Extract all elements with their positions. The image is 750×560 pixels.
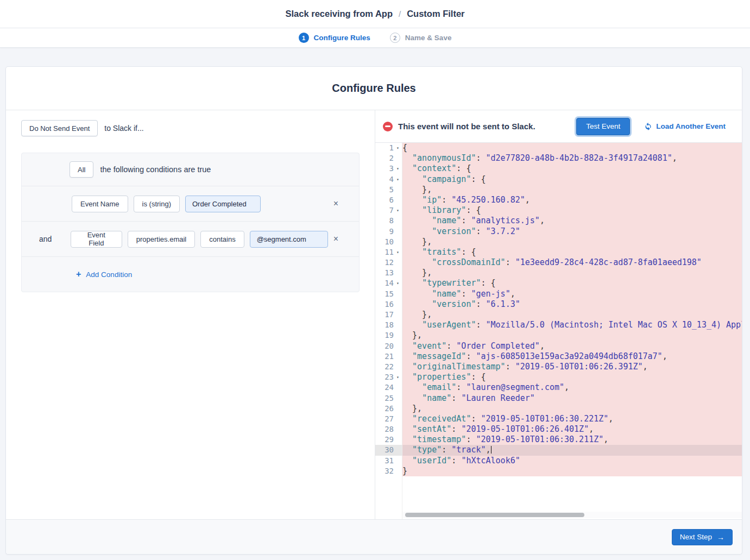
step-2-label: Name & Save	[405, 34, 452, 42]
fold-arrow-icon: ▾	[394, 163, 402, 174]
step-name-and-save[interactable]: 2 Name & Save	[390, 33, 452, 43]
fold-arrow-icon	[394, 289, 402, 299]
gutter-line-number: 15	[375, 289, 402, 299]
code-line[interactable]: "traits": {	[402, 247, 742, 257]
gutter-line-number: 19	[375, 330, 402, 341]
match-operator-dropdown[interactable]: All	[70, 161, 93, 178]
step-2-circle: 2	[390, 33, 400, 43]
condition-field-dropdown[interactable]: properties.email	[128, 231, 196, 248]
gutter-line-number: 1▾	[375, 143, 402, 153]
load-another-event-label: Load Another Event	[656, 122, 726, 130]
code-line[interactable]: "context": {	[402, 163, 742, 174]
code-line[interactable]: "name": "analytics.js",	[402, 216, 742, 226]
fold-arrow-icon	[394, 414, 402, 424]
gutter-line-number: 17	[375, 310, 402, 320]
code-line[interactable]: "type": "track",	[402, 445, 742, 455]
plus-icon: +	[76, 269, 81, 279]
code-line[interactable]: }	[402, 466, 742, 476]
fold-arrow-icon	[394, 393, 402, 404]
code-line[interactable]: },	[402, 185, 742, 195]
fold-arrow-icon: ▾	[394, 247, 402, 257]
horizontal-scrollbar-track[interactable]	[403, 512, 742, 518]
gutter-line-number: 12	[375, 257, 402, 268]
code-line[interactable]: "originalTimestamp": "2019-05-10T01:06:2…	[402, 362, 742, 372]
gutter-line-number: 11▾	[375, 247, 402, 257]
condition-operator-dropdown[interactable]: is (string)	[134, 196, 180, 212]
condition-type-dropdown[interactable]: Event Name	[72, 196, 128, 212]
code-line[interactable]: "userAgent": "Mozilla/5.0 (Macintosh; In…	[402, 320, 742, 330]
code-line[interactable]: "crossDomainId": "1e3eedd9-28c4-428c-ad8…	[402, 257, 742, 268]
code-line[interactable]: },	[402, 310, 742, 320]
editor-code[interactable]: { "anonymousId": "d2e77820-a48b-4b2b-882…	[402, 143, 742, 519]
code-line[interactable]: "email": "lauren@segment.com",	[402, 382, 742, 393]
code-line[interactable]: "timestamp": "2019-05-10T01:06:30.211Z",	[402, 435, 742, 445]
condition-row-1: Event Name is (string) ×	[22, 186, 359, 221]
fold-arrow-icon	[394, 185, 402, 195]
gutter-line-number: 31	[375, 456, 402, 466]
gutter-line-number: 6	[375, 195, 402, 205]
code-line[interactable]: "receivedAt": "2019-05-10T01:06:30.221Z"…	[402, 414, 742, 424]
fold-arrow-icon	[394, 362, 402, 372]
condition-operator-dropdown[interactable]: contains	[200, 231, 244, 248]
step-configure-rules[interactable]: 1 Configure Rules	[299, 33, 370, 43]
code-line[interactable]: },	[402, 237, 742, 247]
breadcrumb-parent[interactable]: Slack receiving from App	[286, 9, 393, 19]
code-line[interactable]: },	[402, 404, 742, 414]
code-line[interactable]: "version": "3.7.2"	[402, 226, 742, 237]
arrow-right-icon: →	[717, 533, 724, 542]
remove-condition-icon[interactable]: ×	[333, 235, 338, 243]
gutter-line-number: 32	[375, 466, 402, 476]
configure-rules-card: Configure Rules Do Not Send Event to Sla…	[5, 66, 742, 555]
trigger-row: Do Not Send Event to Slack if...	[21, 120, 360, 136]
stepper-bar: 1 Configure Rules 2 Name & Save	[0, 28, 750, 48]
code-line[interactable]: "library": {	[402, 205, 742, 216]
code-line[interactable]: "campaign": {	[402, 174, 742, 185]
step-1-label: Configure Rules	[314, 34, 370, 42]
status-message: This event will not be sent to Slack.	[398, 122, 535, 131]
gutter-line-number: 10	[375, 237, 402, 247]
code-line[interactable]: },	[402, 268, 742, 278]
gutter-line-number: 30	[375, 445, 402, 455]
code-line[interactable]: "messageId": "ajs-6085013e159ac3a92a0494…	[402, 351, 742, 362]
code-line[interactable]: "anonymousId": "d2e77820-a48b-4b2b-882a-…	[402, 153, 742, 163]
code-line[interactable]: "name": "Lauren Reeder"	[402, 393, 742, 404]
condition-type-dropdown[interactable]: Event Field	[71, 231, 122, 248]
condition-value-input[interactable]	[185, 196, 261, 212]
add-condition-label: Add Condition	[86, 270, 132, 279]
fold-arrow-icon	[394, 226, 402, 237]
code-line[interactable]: "properties": {	[402, 372, 742, 382]
fold-arrow-icon: ▾	[394, 278, 402, 288]
fold-arrow-icon	[394, 351, 402, 362]
condition-value-input[interactable]	[250, 231, 328, 248]
gutter-line-number: 13	[375, 268, 402, 278]
filter-action-dropdown[interactable]: Do Not Send Event	[21, 120, 98, 136]
test-event-button[interactable]: Test Event	[576, 118, 630, 135]
gutter-line-number: 28	[375, 424, 402, 435]
code-line[interactable]: "ip": "45.250.160.82",	[402, 195, 742, 205]
add-condition-button[interactable]: + Add Condition	[76, 269, 132, 279]
code-line[interactable]: },	[402, 330, 742, 341]
code-line[interactable]: "sentAt": "2019-05-10T01:06:26.401Z",	[402, 424, 742, 435]
code-line[interactable]: "name": "gen-js",	[402, 289, 742, 299]
next-step-button[interactable]: Next Step →	[672, 529, 733, 545]
editor-gutter: 1▾23▾4▾567▾891011▾121314▾151617181920212…	[375, 143, 402, 519]
fold-arrow-icon	[394, 153, 402, 163]
step-1-circle: 1	[299, 33, 309, 43]
code-line[interactable]: "version": "6.1.3"	[402, 299, 742, 310]
gutter-line-number: 21	[375, 351, 402, 362]
card-body: Do Not Send Event to Slack if... All the…	[6, 110, 742, 519]
gutter-line-number: 9	[375, 226, 402, 237]
refresh-icon	[644, 122, 652, 130]
card-footer: Next Step →	[6, 519, 742, 554]
fold-arrow-icon	[394, 216, 402, 226]
code-line[interactable]: "typewriter": {	[402, 278, 742, 288]
horizontal-scrollbar-thumb[interactable]	[405, 513, 584, 517]
code-line[interactable]: "userId": "hXtcAlook6"	[402, 456, 742, 466]
code-line[interactable]: {	[402, 143, 742, 153]
code-line[interactable]: "event": "Order Completed",	[402, 341, 742, 351]
gutter-line-number: 22	[375, 362, 402, 372]
load-another-event-link[interactable]: Load Another Event	[644, 122, 726, 130]
gutter-line-number: 18	[375, 320, 402, 330]
remove-condition-icon[interactable]: ×	[333, 199, 338, 208]
json-event-editor[interactable]: 1▾23▾4▾567▾891011▾121314▾151617181920212…	[375, 143, 742, 519]
